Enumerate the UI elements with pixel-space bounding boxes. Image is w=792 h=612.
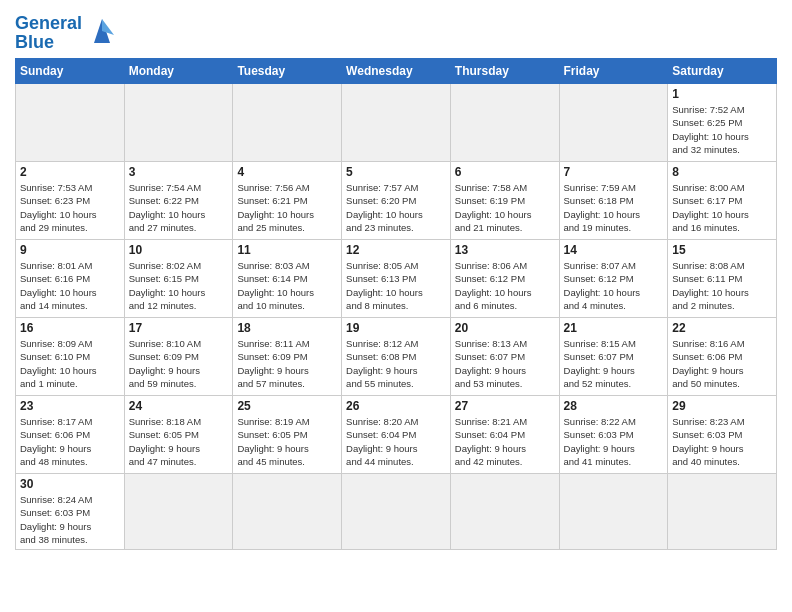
day-info: Sunrise: 8:11 AMSunset: 6:09 PMDaylight:… [237, 337, 337, 390]
calendar-cell: 29Sunrise: 8:23 AMSunset: 6:03 PMDayligh… [668, 396, 777, 474]
day-info: Sunrise: 8:07 AMSunset: 6:12 PMDaylight:… [564, 259, 664, 312]
day-info: Sunrise: 8:17 AMSunset: 6:06 PMDaylight:… [20, 415, 120, 468]
calendar-cell [450, 84, 559, 162]
weekday-header-wednesday: Wednesday [342, 59, 451, 84]
day-info: Sunrise: 7:56 AMSunset: 6:21 PMDaylight:… [237, 181, 337, 234]
calendar-cell: 11Sunrise: 8:03 AMSunset: 6:14 PMDayligh… [233, 240, 342, 318]
day-info: Sunrise: 7:58 AMSunset: 6:19 PMDaylight:… [455, 181, 555, 234]
calendar-cell: 9Sunrise: 8:01 AMSunset: 6:16 PMDaylight… [16, 240, 125, 318]
calendar-cell [559, 474, 668, 550]
calendar-cell: 19Sunrise: 8:12 AMSunset: 6:08 PMDayligh… [342, 318, 451, 396]
day-number: 5 [346, 165, 446, 179]
day-info: Sunrise: 7:53 AMSunset: 6:23 PMDaylight:… [20, 181, 120, 234]
day-number: 9 [20, 243, 120, 257]
calendar-cell: 13Sunrise: 8:06 AMSunset: 6:12 PMDayligh… [450, 240, 559, 318]
calendar-cell: 16Sunrise: 8:09 AMSunset: 6:10 PMDayligh… [16, 318, 125, 396]
day-number: 12 [346, 243, 446, 257]
logo: General Blue [15, 14, 120, 52]
weekday-header-monday: Monday [124, 59, 233, 84]
day-info: Sunrise: 8:02 AMSunset: 6:15 PMDaylight:… [129, 259, 229, 312]
day-info: Sunrise: 8:23 AMSunset: 6:03 PMDaylight:… [672, 415, 772, 468]
calendar-cell: 6Sunrise: 7:58 AMSunset: 6:19 PMDaylight… [450, 162, 559, 240]
day-number: 20 [455, 321, 555, 335]
day-number: 7 [564, 165, 664, 179]
day-number: 1 [672, 87, 772, 101]
calendar-cell: 3Sunrise: 7:54 AMSunset: 6:22 PMDaylight… [124, 162, 233, 240]
day-info: Sunrise: 8:10 AMSunset: 6:09 PMDaylight:… [129, 337, 229, 390]
day-info: Sunrise: 8:19 AMSunset: 6:05 PMDaylight:… [237, 415, 337, 468]
calendar-cell: 7Sunrise: 7:59 AMSunset: 6:18 PMDaylight… [559, 162, 668, 240]
calendar-cell [124, 84, 233, 162]
calendar-table: SundayMondayTuesdayWednesdayThursdayFrid… [15, 58, 777, 550]
weekday-header-tuesday: Tuesday [233, 59, 342, 84]
calendar-cell: 2Sunrise: 7:53 AMSunset: 6:23 PMDaylight… [16, 162, 125, 240]
day-number: 16 [20, 321, 120, 335]
calendar-cell: 8Sunrise: 8:00 AMSunset: 6:17 PMDaylight… [668, 162, 777, 240]
page: General Blue SundayMondayTuesdayWednesda… [0, 0, 792, 612]
calendar-week-row: 9Sunrise: 8:01 AMSunset: 6:16 PMDaylight… [16, 240, 777, 318]
day-info: Sunrise: 8:03 AMSunset: 6:14 PMDaylight:… [237, 259, 337, 312]
calendar-cell [233, 84, 342, 162]
calendar-cell: 12Sunrise: 8:05 AMSunset: 6:13 PMDayligh… [342, 240, 451, 318]
calendar-cell [233, 474, 342, 550]
calendar-week-row: 1Sunrise: 7:52 AMSunset: 6:25 PMDaylight… [16, 84, 777, 162]
day-info: Sunrise: 8:16 AMSunset: 6:06 PMDaylight:… [672, 337, 772, 390]
day-info: Sunrise: 8:01 AMSunset: 6:16 PMDaylight:… [20, 259, 120, 312]
calendar-cell: 28Sunrise: 8:22 AMSunset: 6:03 PMDayligh… [559, 396, 668, 474]
day-info: Sunrise: 8:12 AMSunset: 6:08 PMDaylight:… [346, 337, 446, 390]
day-number: 25 [237, 399, 337, 413]
day-number: 18 [237, 321, 337, 335]
day-number: 11 [237, 243, 337, 257]
day-info: Sunrise: 8:09 AMSunset: 6:10 PMDaylight:… [20, 337, 120, 390]
header-area: General Blue [15, 10, 777, 52]
calendar-week-row: 30Sunrise: 8:24 AMSunset: 6:03 PMDayligh… [16, 474, 777, 550]
day-number: 19 [346, 321, 446, 335]
calendar-cell [124, 474, 233, 550]
day-number: 27 [455, 399, 555, 413]
day-number: 24 [129, 399, 229, 413]
calendar-cell: 17Sunrise: 8:10 AMSunset: 6:09 PMDayligh… [124, 318, 233, 396]
day-number: 15 [672, 243, 772, 257]
weekday-header-saturday: Saturday [668, 59, 777, 84]
calendar-cell [342, 474, 451, 550]
day-number: 2 [20, 165, 120, 179]
day-number: 4 [237, 165, 337, 179]
day-info: Sunrise: 8:18 AMSunset: 6:05 PMDaylight:… [129, 415, 229, 468]
calendar-cell: 10Sunrise: 8:02 AMSunset: 6:15 PMDayligh… [124, 240, 233, 318]
day-number: 29 [672, 399, 772, 413]
calendar-week-row: 16Sunrise: 8:09 AMSunset: 6:10 PMDayligh… [16, 318, 777, 396]
calendar-cell: 25Sunrise: 8:19 AMSunset: 6:05 PMDayligh… [233, 396, 342, 474]
calendar-cell: 15Sunrise: 8:08 AMSunset: 6:11 PMDayligh… [668, 240, 777, 318]
calendar-cell: 21Sunrise: 8:15 AMSunset: 6:07 PMDayligh… [559, 318, 668, 396]
calendar-cell [16, 84, 125, 162]
logo-general: General [15, 13, 82, 33]
day-info: Sunrise: 8:21 AMSunset: 6:04 PMDaylight:… [455, 415, 555, 468]
day-info: Sunrise: 8:20 AMSunset: 6:04 PMDaylight:… [346, 415, 446, 468]
day-number: 17 [129, 321, 229, 335]
weekday-header-friday: Friday [559, 59, 668, 84]
calendar-cell: 23Sunrise: 8:17 AMSunset: 6:06 PMDayligh… [16, 396, 125, 474]
logo-icon [84, 15, 120, 51]
day-info: Sunrise: 7:54 AMSunset: 6:22 PMDaylight:… [129, 181, 229, 234]
calendar-cell [559, 84, 668, 162]
day-number: 28 [564, 399, 664, 413]
day-info: Sunrise: 8:15 AMSunset: 6:07 PMDaylight:… [564, 337, 664, 390]
weekday-header-thursday: Thursday [450, 59, 559, 84]
weekday-header-row: SundayMondayTuesdayWednesdayThursdayFrid… [16, 59, 777, 84]
logo-blue: Blue [15, 32, 54, 52]
day-number: 30 [20, 477, 120, 491]
calendar-cell: 24Sunrise: 8:18 AMSunset: 6:05 PMDayligh… [124, 396, 233, 474]
day-number: 22 [672, 321, 772, 335]
calendar-cell [668, 474, 777, 550]
day-number: 21 [564, 321, 664, 335]
calendar-cell: 4Sunrise: 7:56 AMSunset: 6:21 PMDaylight… [233, 162, 342, 240]
day-number: 3 [129, 165, 229, 179]
calendar-cell: 5Sunrise: 7:57 AMSunset: 6:20 PMDaylight… [342, 162, 451, 240]
calendar-cell [450, 474, 559, 550]
calendar-cell: 18Sunrise: 8:11 AMSunset: 6:09 PMDayligh… [233, 318, 342, 396]
day-info: Sunrise: 8:13 AMSunset: 6:07 PMDaylight:… [455, 337, 555, 390]
calendar-week-row: 23Sunrise: 8:17 AMSunset: 6:06 PMDayligh… [16, 396, 777, 474]
calendar-cell: 30Sunrise: 8:24 AMSunset: 6:03 PMDayligh… [16, 474, 125, 550]
day-info: Sunrise: 8:00 AMSunset: 6:17 PMDaylight:… [672, 181, 772, 234]
day-number: 14 [564, 243, 664, 257]
